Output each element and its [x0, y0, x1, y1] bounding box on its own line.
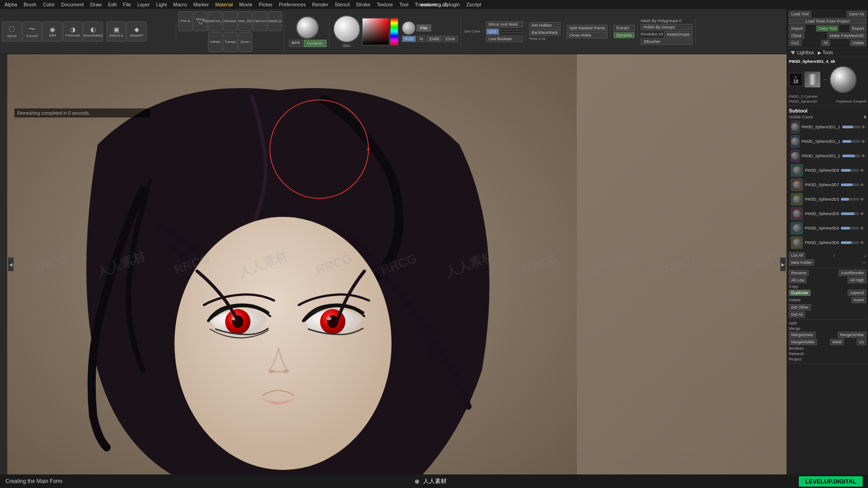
canvas-area[interactable]: RRCG 人人素材 RRCG 人人素材 RRCG RRCG 人人素材 RRCG …	[7, 54, 868, 474]
tools-label[interactable]: ▶ Tools	[818, 50, 833, 55]
zoom-btn[interactable]: Zoom	[238, 32, 252, 52]
clipcurv-btn[interactable]: ClipCurv	[253, 11, 267, 31]
make-polymesh-btn[interactable]: Make PolyMesh3D	[827, 33, 866, 39]
split-masked-btn[interactable]: Split Masked Points	[566, 25, 608, 31]
mirror-weld-btn[interactable]: Mirror And Weld	[486, 21, 523, 28]
subtool-slider[interactable]	[842, 126, 860, 128]
eye-visibility-icon[interactable]: 👁	[860, 168, 864, 173]
goz-btn[interactable]: GoZ	[789, 40, 802, 46]
subtool-slider[interactable]	[842, 155, 860, 157]
menu-preferences[interactable]: Preferences	[276, 1, 308, 8]
spiral-tool-btn[interactable]: 〇 Spiral	[2, 22, 22, 42]
flat-color-btn[interactable]: Flat	[416, 24, 431, 32]
hairee-btn[interactable]: Hair_EE	[238, 11, 252, 31]
sort-down-btn[interactable]: ↓	[863, 253, 866, 258]
smoothma-tool-btn[interactable]: ◐ SmoothMa2	[83, 22, 103, 42]
sort-up-btn[interactable]: ↑	[833, 253, 836, 258]
menu-layer[interactable]: Layer	[135, 1, 153, 8]
all-high-btn[interactable]: All High	[848, 277, 866, 283]
mergedown-btn[interactable]: MergeDown	[789, 332, 816, 338]
eye-visibility-icon[interactable]: 👁	[860, 211, 864, 216]
weld-btn[interactable]: Weld	[830, 339, 844, 345]
menu-color[interactable]: Color	[40, 1, 57, 8]
keepgroups-btn[interactable]: KeepGroups	[664, 31, 693, 38]
subtool-slider[interactable]	[841, 183, 859, 186]
color-picker-main[interactable]	[362, 18, 389, 45]
subtool-slider[interactable]	[841, 198, 859, 201]
menu-light[interactable]: Light	[153, 1, 170, 8]
visible-btn[interactable]: Visible	[850, 40, 866, 46]
subtool-item[interactable]: PM3D_Sphere3D3 👁	[789, 192, 866, 206]
uv-btn[interactable]: Uv	[857, 339, 866, 345]
close-holes-btn[interactable]: Close Holes	[566, 32, 608, 38]
subtool-slider[interactable]	[841, 212, 859, 215]
curves-tool-btn[interactable]: 〜 CurveS	[22, 22, 42, 42]
menu-alpha[interactable]: Alpha	[2, 1, 20, 8]
masklar-btn[interactable]: MaskLar	[268, 11, 282, 31]
dynamic-active-btn[interactable]: Dynamic	[613, 32, 635, 38]
imm-tool-btn[interactable]: ◉ IMM	[42, 22, 62, 42]
autoreorder-btn[interactable]: AutoReorder	[839, 270, 866, 276]
subtool-item[interactable]: PM3D_Sphere3D5 👁	[789, 206, 866, 221]
cta-button[interactable]: LEVELUP.DIGITAL	[799, 476, 863, 487]
menu-zscript[interactable]: Zscript	[463, 1, 484, 8]
zmodelcra-btn[interactable]: ZModelOrb_Cra	[208, 11, 222, 31]
menu-draw[interactable]: Draw	[87, 1, 104, 8]
menu-picker[interactable]: Picker	[256, 1, 275, 8]
grid-value-input[interactable]	[500, 31, 523, 33]
subtool-item[interactable]: PM3D_Sphere3D6 👁	[789, 235, 866, 250]
import-btn[interactable]: Import	[789, 25, 805, 32]
subtool-slider[interactable]	[842, 140, 860, 143]
subtool-slider[interactable]	[841, 169, 859, 172]
zsub-btn[interactable]: ZSub	[443, 36, 458, 42]
cylinder-thumb[interactable]	[804, 71, 821, 88]
export-btn[interactable]: Export	[850, 25, 866, 32]
menu-file[interactable]: File	[120, 1, 134, 8]
rgb-mode-btn[interactable]: RGB	[402, 36, 416, 42]
menu-render[interactable]: Render	[309, 1, 331, 8]
menu-tool[interactable]: Tool	[396, 1, 411, 8]
duplicate-btn[interactable]: Duplicate	[789, 290, 811, 296]
menu-stroke[interactable]: Stroke	[353, 1, 373, 8]
copy-tool-btn[interactable]: Copy Tool	[816, 25, 839, 32]
menu-brush[interactable]: Brush	[21, 1, 39, 8]
dynamic-btn[interactable]: Dynamic	[304, 40, 326, 47]
menu-macro[interactable]: Macro	[170, 1, 190, 8]
det-hidden-btn[interactable]: Det Hidden	[529, 22, 561, 28]
masterp-tool-btn[interactable]: ◆ MasterP	[127, 22, 146, 42]
append-btn[interactable]: Append	[848, 290, 866, 296]
zbrusher-btn[interactable]: ZBrusher	[641, 38, 692, 45]
backface-mask-btn[interactable]: BackfaceMask	[529, 29, 561, 36]
lightbox-label[interactable]: Lightbox	[797, 50, 814, 55]
hue-strip[interactable]	[390, 18, 398, 45]
subtool-item[interactable]: PM3D_Sphere3D1_1 👁	[789, 120, 866, 134]
material-sphere[interactable]	[333, 15, 360, 42]
eye-visibility-icon[interactable]: 👁	[861, 154, 866, 159]
subtool-item[interactable]: PM3D_Sphere3D4 👁	[789, 221, 866, 235]
folder-sort-btn[interactable]: →	[861, 260, 866, 265]
subtool-item[interactable]: PM3D_Sphere3D1_1 👁	[789, 134, 866, 149]
eye-visibility-icon[interactable]: 👁	[861, 139, 866, 144]
extract-btn[interactable]: Extract	[613, 25, 635, 31]
subtool-slider[interactable]	[841, 241, 859, 244]
del-all-btn[interactable]: Del All	[789, 311, 805, 318]
subtool-item[interactable]: PM3D_Sphere3D8 👁	[789, 163, 866, 178]
right-collapse-btn[interactable]: ▶	[780, 258, 786, 271]
subtool-item[interactable]: PM3D_Sphere3D7 👁	[789, 178, 866, 192]
load-from-project-btn[interactable]: Load Tools From Project	[789, 18, 866, 24]
pena-btn[interactable]: Pen A	[178, 11, 193, 31]
live-boolean-btn[interactable]: Live Boolean	[486, 36, 523, 42]
mergevisible-btn[interactable]: MergeVisible	[789, 339, 817, 345]
alpha-thumbnail[interactable]	[402, 21, 415, 35]
bpr-btn[interactable]: BPR	[289, 40, 303, 47]
load-tool-btn[interactable]: Load Tool	[789, 11, 811, 17]
zadd-btn[interactable]: ZAdd	[427, 36, 442, 42]
transp-btn[interactable]: Transp	[223, 32, 237, 52]
subtool-item[interactable]: PM3D_Sphere3D1_2 👁	[789, 149, 866, 163]
eye-visibility-icon[interactable]: 👁	[861, 125, 866, 130]
all-btn[interactable]: All	[821, 40, 830, 46]
list-all-btn[interactable]: List All	[789, 252, 805, 258]
menu-movie[interactable]: Movie	[236, 1, 255, 8]
eye-visibility-icon[interactable]: 👁	[860, 197, 864, 202]
all-low-btn[interactable]: All Low	[789, 277, 807, 283]
